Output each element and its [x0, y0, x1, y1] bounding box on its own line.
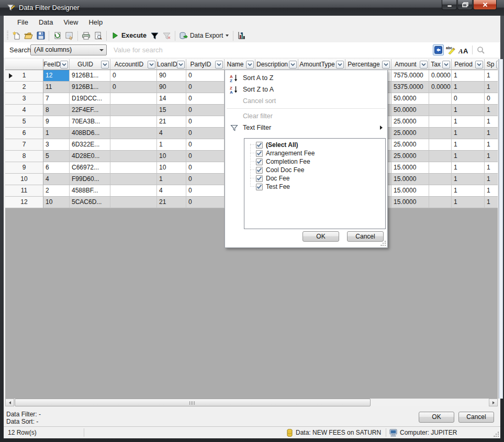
grid-cell[interactable]: 15.0000 — [391, 185, 429, 197]
grid-cell[interactable]: 0 — [186, 105, 225, 116]
grid-cell[interactable]: 1 — [452, 70, 485, 82]
open-folder-icon[interactable] — [23, 30, 34, 41]
grid-cell[interactable]: 0 — [110, 82, 157, 93]
menu-item-help[interactable]: Help — [83, 16, 108, 29]
grid-cell[interactable]: 21 — [157, 116, 186, 128]
grid-cell[interactable]: 4 — [157, 128, 186, 139]
grid-cell[interactable] — [110, 197, 157, 208]
column-header-amount[interactable]: Amount — [391, 59, 429, 70]
row-header[interactable]: 1 — [5, 70, 43, 82]
column-header-guid[interactable]: GUID — [70, 59, 110, 70]
cancel-button[interactable]: Cancel — [458, 412, 494, 423]
grid-cell[interactable]: 10 — [157, 151, 186, 162]
grid-cell[interactable]: 1 — [485, 185, 498, 197]
row-header[interactable]: 9 — [5, 162, 43, 174]
vertical-scrollbar[interactable] — [498, 59, 503, 399]
grid-cell[interactable]: 7575.0000 — [391, 70, 429, 82]
grid-cell[interactable] — [110, 139, 157, 151]
column-filter-dropdown[interactable] — [215, 61, 223, 69]
column-filter-dropdown[interactable] — [442, 61, 450, 69]
row-header[interactable]: 5 — [5, 116, 43, 128]
grid-cell[interactable]: 15.0000 — [391, 162, 429, 174]
checkbox-icon[interactable] — [256, 175, 263, 182]
grid-cell[interactable] — [110, 93, 157, 105]
scroll-right-arrow-icon[interactable] — [489, 399, 498, 406]
grid-cell[interactable]: 6D322E... — [70, 139, 110, 151]
data-export-label[interactable]: Data Export — [190, 32, 223, 39]
grid-cell[interactable]: 7 — [43, 93, 70, 105]
grid-cell[interactable] — [110, 185, 157, 197]
grid-cell[interactable] — [110, 151, 157, 162]
grid-cell[interactable]: 0 — [186, 116, 225, 128]
save-icon[interactable] — [35, 30, 46, 41]
grid-cell[interactable]: 90 — [157, 82, 186, 93]
grid-cell[interactable]: 1 — [452, 197, 485, 208]
grid-cell[interactable]: 5CAC6D... — [70, 197, 110, 208]
grid-cell[interactable]: 9 — [43, 116, 70, 128]
execute-label[interactable]: Execute — [121, 32, 147, 39]
column-filter-dropdown[interactable] — [60, 61, 68, 69]
grid-cell[interactable]: 25.0000 — [391, 128, 429, 139]
menu-item-file[interactable]: File — [12, 16, 33, 29]
column-header-name[interactable]: Name — [225, 59, 255, 70]
grid-cell[interactable]: 0.0000 — [429, 70, 452, 82]
row-header[interactable]: 10 — [5, 174, 43, 185]
grid-cell[interactable]: 5375.0000 — [391, 82, 429, 93]
grid-cell[interactable]: 0 — [186, 185, 225, 197]
grid-cell[interactable]: 1 — [485, 139, 498, 151]
grid-cell[interactable]: D19DCC... — [70, 93, 110, 105]
search-input[interactable]: Value for search — [114, 42, 163, 58]
column-filter-dropdown[interactable] — [148, 61, 155, 69]
grid-cell[interactable]: 1 — [485, 128, 498, 139]
row-header[interactable]: 4 — [5, 105, 43, 116]
grid-cell[interactable] — [429, 151, 452, 162]
grid-cell[interactable] — [429, 197, 452, 208]
refresh-icon[interactable] — [52, 30, 63, 41]
grid-cell[interactable]: 1 — [452, 128, 485, 139]
grid-cell[interactable]: 15.0000 — [391, 174, 429, 185]
close-button[interactable] — [473, 0, 497, 10]
grid-cell[interactable]: 9126B1... — [70, 70, 110, 82]
grid-cell[interactable] — [110, 162, 157, 174]
new-document-icon[interactable] — [11, 30, 22, 41]
ok-button[interactable]: OK — [419, 412, 454, 423]
row-header[interactable]: 2 — [5, 82, 43, 93]
column-header-partyid[interactable]: PartyID — [186, 59, 225, 70]
grid-cell[interactable]: 50.0000 — [391, 105, 429, 116]
grid-cell[interactable] — [429, 105, 452, 116]
grid-cell[interactable]: 1 — [452, 105, 485, 116]
search-icon[interactable] — [475, 44, 486, 55]
properties-icon[interactable] — [64, 30, 75, 41]
grid-cell[interactable]: 4 — [157, 185, 186, 197]
grid-cell[interactable] — [429, 93, 452, 105]
grid-cell[interactable] — [110, 105, 157, 116]
checkbox-icon[interactable] — [256, 158, 263, 165]
grid-cell[interactable] — [429, 185, 452, 197]
column-filter-dropdown[interactable] — [496, 61, 498, 69]
grid-cell[interactable]: 0 — [186, 162, 225, 174]
grid-cell[interactable]: 0 — [186, 93, 225, 105]
column-filter-dropdown[interactable] — [101, 61, 109, 69]
grid-cell[interactable]: 8 — [43, 105, 70, 116]
print-icon[interactable] — [81, 30, 92, 41]
scroll-left-arrow-icon[interactable] — [5, 399, 14, 406]
grid-cell[interactable]: 0 — [186, 70, 225, 82]
grid-cell[interactable]: 0.0000 — [429, 82, 452, 93]
column-header-period[interactable]: Period — [452, 59, 485, 70]
grid-cell[interactable]: 0 — [186, 82, 225, 93]
row-header[interactable]: 6 — [5, 128, 43, 139]
column-filter-dropdown[interactable] — [336, 61, 344, 69]
grid-cell[interactable] — [429, 162, 452, 174]
column-header-sp[interactable]: Sp — [485, 59, 498, 70]
grid-cell[interactable]: 25.0000 — [391, 139, 429, 151]
grid-cell[interactable]: 21 — [157, 197, 186, 208]
grid-cell[interactable]: F99D60... — [70, 174, 110, 185]
column-header-feeid[interactable]: FeeID — [43, 59, 70, 70]
filter-menu-item-sort-z-to-a[interactable]: ZASort Z to A — [225, 84, 387, 95]
filter-item-cool-doc-fee[interactable]: Cool Doc Fee — [244, 166, 385, 174]
grid-cell[interactable]: 0 — [186, 197, 225, 208]
column-header-percentage[interactable]: Percentage — [345, 59, 391, 70]
filter-icon[interactable] — [149, 30, 160, 41]
grid-cell[interactable]: 1 — [485, 70, 498, 82]
column-header-description[interactable]: Description — [255, 59, 298, 70]
